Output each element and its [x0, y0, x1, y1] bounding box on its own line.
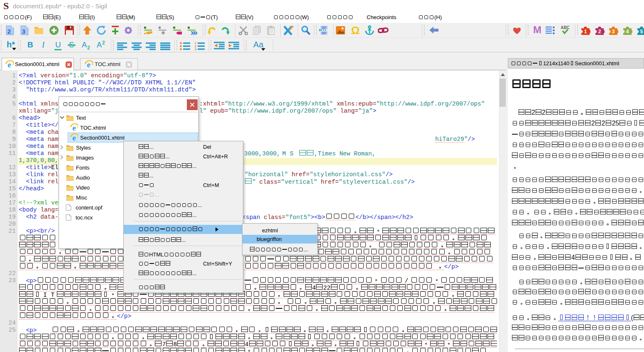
svg-text:3: 3 — [612, 29, 615, 34]
svg-text:1: 1 — [584, 29, 587, 34]
svg-text:2: 2 — [598, 29, 601, 34]
svg-text:ABC: ABC — [561, 25, 570, 30]
svg-text:4: 4 — [626, 29, 629, 34]
svg-text:M: M — [533, 25, 541, 35]
svg-text:5: 5 — [640, 29, 643, 34]
